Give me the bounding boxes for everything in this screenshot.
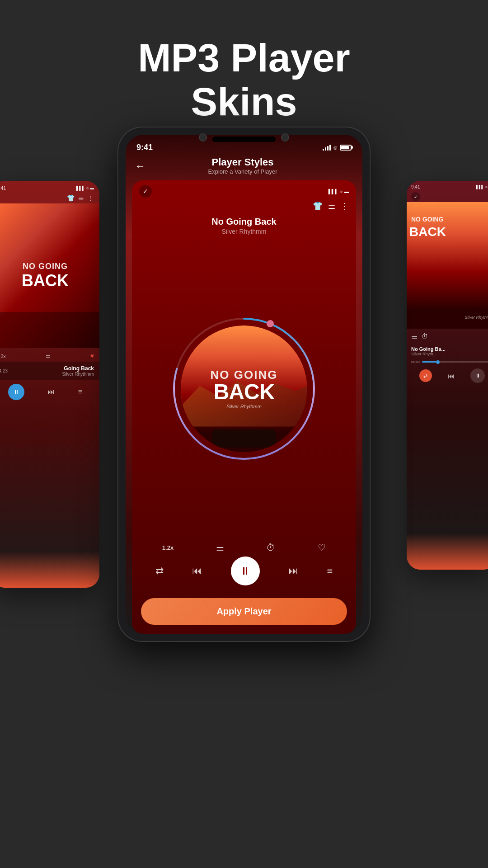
- rp-signal-icon: ▌▌▌: [476, 185, 484, 189]
- lp-track-info: 04:23 Going Back Silver Rhythmm: [0, 362, 99, 380]
- rp-playback: ⇄ ⏮ ⏸: [407, 366, 488, 386]
- rp-shuffle-button[interactable]: ⇄: [419, 369, 432, 382]
- shuffle-button[interactable]: ⇄: [155, 565, 164, 577]
- main-status-icons: ⌾: [323, 144, 352, 151]
- rp-bottom-fade: [407, 533, 488, 570]
- next-button[interactable]: ⏭: [288, 565, 298, 577]
- speed-button[interactable]: 1.2x: [162, 543, 174, 552]
- back-arrow-icon: ←: [135, 160, 145, 172]
- header: MP3 Player Skins: [0, 0, 488, 142]
- rp-controls: ⚌ ⏱: [407, 329, 488, 344]
- pause-icon: ⏸: [240, 565, 251, 577]
- rp-shuffle-icon: ⇄: [423, 373, 427, 379]
- rp-wifi-icon: ⌾: [485, 185, 488, 189]
- rp-prev-icon: ⏮: [448, 372, 455, 380]
- album-art-text: NO GOING BACK Silver Rhythmm: [211, 368, 278, 409]
- inner-wifi-icon: ⌾: [340, 189, 343, 194]
- inner-battery-icon: ▬: [344, 189, 349, 194]
- player-inner-status: ✓ ▌▌▌ ⌾ ▬: [132, 180, 356, 199]
- svg-point-2: [267, 320, 274, 327]
- rp-time: 9:41: [411, 184, 420, 189]
- rp-chevron-button[interactable]: ✓: [411, 192, 420, 201]
- signal-bar-4: [329, 145, 331, 151]
- rp-progress: 00:03: [407, 358, 488, 366]
- back-button[interactable]: ←: [135, 160, 145, 172]
- queue-button[interactable]: ≡: [327, 565, 333, 577]
- rp-progress-bar[interactable]: [422, 361, 488, 363]
- lp-heart-icon: ♥: [90, 352, 94, 359]
- page-title: Player Styles: [208, 156, 277, 168]
- battery-fill: [341, 146, 349, 149]
- equalizer-icon[interactable]: ⚌: [328, 201, 335, 211]
- battery-icon: [340, 145, 352, 151]
- lp-playback: ⏸ ⏭ ≡: [0, 380, 99, 404]
- rp-album-top-text: NO GOING: [411, 216, 444, 223]
- player-inner-topbar: 👕 ⚌ ⋮: [132, 199, 356, 215]
- rp-status-icons: ▌▌▌ ⌾ ▬: [476, 184, 488, 189]
- signal-bars: [323, 144, 331, 151]
- rp-progress-fill: [422, 361, 436, 363]
- inner-status-icons: ▌▌▌ ⌾ ▬: [328, 189, 349, 194]
- page-heading: MP3 Player Skins: [18, 36, 470, 124]
- page-subtitle: Explore a Variety of Player: [208, 168, 277, 175]
- lp-status-icons: ▌▌▌ ⌾ ▬: [76, 185, 94, 191]
- rp-pause-icon: ⏸: [475, 373, 480, 379]
- heart-icon: ♡: [318, 542, 326, 552]
- main-phone-wrapper: 9:41 ⌾: [117, 127, 371, 642]
- inner-signal-icon: ▌▌▌: [328, 189, 338, 194]
- more-options-icon[interactable]: ⋮: [341, 201, 349, 211]
- eq-button[interactable]: ⚌: [216, 542, 224, 553]
- lp-mini-controls: ⚌: [46, 353, 51, 359]
- lp-info: 1.2x ⚌ ♥: [0, 348, 99, 362]
- rp-progress-dot: [436, 360, 440, 364]
- heart-button[interactable]: ♡: [318, 542, 326, 553]
- main-status-time: 9:41: [136, 143, 153, 152]
- rp-status: 9:41 ▌▌▌ ⌾ ▬: [407, 181, 488, 191]
- lp-bottom-fade: [0, 552, 99, 588]
- song-title: No Going Back: [141, 217, 347, 227]
- timer-button[interactable]: ⏱: [266, 542, 275, 553]
- signal-bar-2: [325, 147, 326, 151]
- album-art-ring: NO GOING BACK Silver Rhythmm: [172, 316, 316, 461]
- lp-tshirt-icon: 👕: [67, 194, 75, 202]
- prev-button[interactable]: ⏮: [192, 565, 202, 577]
- lp-album-art: NO GOING BACK: [0, 203, 99, 348]
- signal-bar-1: [323, 149, 324, 151]
- wifi-icon: ⌾: [333, 144, 337, 151]
- rp-artist-sig: Silver Rhythmm: [465, 315, 488, 320]
- timer-icon: ⏱: [266, 542, 275, 552]
- secondary-controls: 1.2x ⚌ ⏱ ♡: [132, 538, 356, 555]
- lp-next-icon: ⏭: [47, 388, 55, 396]
- apply-button-wrapper: Apply Player: [132, 591, 356, 634]
- rp-pause-button[interactable]: ⏸: [470, 368, 485, 383]
- rp-timer-icon: ⏱: [421, 333, 428, 341]
- lp-eq-icon: ⚌: [78, 194, 84, 202]
- main-phone-screen: 9:41 ⌾: [126, 135, 362, 634]
- lp-pause-button[interactable]: ⏸: [8, 384, 24, 400]
- chevron-down-icon: ✓: [143, 188, 148, 195]
- left-phone: 9:41 ▌▌▌ ⌾ ▬ 👕 ⚌ ⋮ NO GOING BACK: [0, 181, 99, 588]
- playback-controls: ⇄ ⏮ ⏸ ⏭ ≡: [132, 555, 356, 591]
- nav-center: Player Styles Explore a Variety of Playe…: [208, 156, 277, 175]
- main-phone-frame: 9:41 ⌾: [117, 127, 371, 642]
- lp-equalizer-icon: ⚌: [46, 353, 51, 359]
- lp-topbar: 👕 ⚌ ⋮: [0, 193, 99, 203]
- pause-button[interactable]: ⏸: [231, 557, 260, 585]
- rp-album-art: NO GOING BACK Silver Rhythmm: [407, 202, 488, 329]
- right-phone: 9:41 ▌▌▌ ⌾ ▬ ✓ NO GOING BACK Silver Rhyt…: [407, 181, 488, 570]
- rp-album-main-text: BACK: [409, 225, 446, 239]
- eq-icon: ⚌: [216, 542, 224, 552]
- player-card: ✓ ▌▌▌ ⌾ ▬ 👕: [132, 180, 356, 634]
- phone-camera-left: [199, 133, 207, 142]
- apply-player-button[interactable]: Apply Player: [141, 598, 347, 625]
- song-artist: Silver Rhythmm: [141, 228, 347, 235]
- rp-progress-time: 00:03: [411, 360, 420, 364]
- rp-track-artist: Silver Rhyth...: [411, 352, 488, 356]
- lp-time: 9:41: [0, 185, 6, 191]
- player-topbar-icons: 👕 ⚌ ⋮: [313, 201, 349, 211]
- album-art-image: NO GOING BACK Silver Rhythmm: [181, 326, 307, 452]
- tshirt-icon[interactable]: 👕: [313, 201, 323, 211]
- rp-chevron-wrapper: ✓: [407, 191, 488, 202]
- chevron-down-button[interactable]: ✓: [139, 185, 152, 198]
- left-phone-status: 9:41 ▌▌▌ ⌾ ▬: [0, 181, 99, 193]
